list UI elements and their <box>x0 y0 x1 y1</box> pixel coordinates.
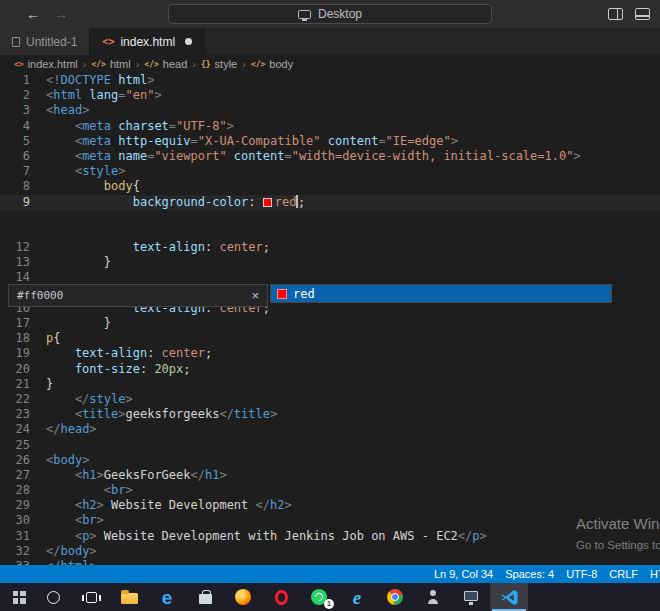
split-editor-icon[interactable] <box>608 8 623 20</box>
file-icon <box>12 37 20 47</box>
chrome-browser-button[interactable] <box>376 583 414 611</box>
code-token: lang <box>82 88 118 102</box>
code-line[interactable]: 12 text-align: center; <box>0 240 660 255</box>
code-line[interactable]: 6 <meta name="viewport" content="width=d… <box>0 149 660 164</box>
code-token: h2 <box>270 498 284 512</box>
code-token: : <box>248 195 262 209</box>
cortana-search-button[interactable] <box>34 583 72 611</box>
status-language-mode[interactable]: HTML <box>644 565 660 583</box>
code-token: style <box>82 164 118 178</box>
code-token: </ <box>46 544 60 558</box>
microsoft-store-button[interactable] <box>186 583 224 611</box>
breadcrumb-item-index-html[interactable]: <>index.html <box>14 58 78 70</box>
code-line[interactable]: 9 background-color: red; <box>0 195 660 210</box>
titlebar-actions <box>608 8 650 20</box>
symbol-icon: <> <box>14 60 24 69</box>
code-line[interactable]: 21} <box>0 377 660 392</box>
opera-browser-button[interactable] <box>262 583 300 611</box>
code-token: body <box>60 544 89 558</box>
breadcrumb-item-style[interactable]: {}style <box>201 58 237 70</box>
breadcrumb-item-head[interactable]: </>head <box>144 58 187 70</box>
code-line[interactable]: 30 <br> <box>0 513 660 528</box>
firefox-browser-button[interactable] <box>224 583 262 611</box>
edge-browser-button[interactable]: e <box>148 583 186 611</box>
code-line[interactable]: 19 text-align: center; <box>0 346 660 361</box>
code-token: > <box>89 422 96 436</box>
start-button[interactable] <box>4 583 34 611</box>
line-number: 26 <box>0 453 30 468</box>
close-icon[interactable]: × <box>251 288 259 303</box>
chevron-right-icon: › <box>192 58 196 70</box>
status-cursor-position[interactable]: Ln 9, Col 34 <box>428 565 499 583</box>
tab-index-html[interactable]: <>index.html <box>90 28 205 55</box>
line-number: 18 <box>0 331 30 346</box>
code-token: ; <box>298 195 305 209</box>
code-line[interactable]: 23 <title>geeksforgeeks</title> <box>0 407 660 422</box>
code-token: ; <box>263 240 270 254</box>
people-button[interactable] <box>414 583 452 611</box>
code-line[interactable]: 25 <box>0 438 660 453</box>
code-line[interactable] <box>0 210 660 225</box>
code-token: < <box>46 483 111 497</box>
code-token: < <box>46 468 82 482</box>
tab-untitled-1[interactable]: Untitled-1 <box>0 28 90 55</box>
code-line[interactable]: 3<head> <box>0 103 660 118</box>
code-line[interactable]: 28 <br> <box>0 483 660 498</box>
code-token: > <box>219 468 226 482</box>
code-token: h1 <box>82 468 96 482</box>
code-line[interactable]: 5 <meta http-equiv="X-UA-Compatible" con… <box>0 134 660 149</box>
internet-explorer-button[interactable]: e <box>338 583 376 611</box>
code-line[interactable] <box>0 225 660 240</box>
file-explorer-button[interactable] <box>110 583 148 611</box>
code-line[interactable]: 24</head> <box>0 422 660 437</box>
putty-button[interactable] <box>452 583 490 611</box>
code-token: font-size <box>46 362 140 376</box>
code-token: > <box>118 164 125 178</box>
breadcrumb-label: head <box>163 58 187 70</box>
code-line[interactable]: 2<html lang="en"> <box>0 88 660 103</box>
command-center[interactable]: Desktop <box>168 4 492 24</box>
status-indentation[interactable]: Spaces: 4 <box>499 565 560 583</box>
code-token: </ <box>46 392 89 406</box>
code-token: < <box>46 149 82 163</box>
code-line[interactable]: 1<!DOCTYPE html> <box>0 73 660 88</box>
code-token: DOCTYPE <box>60 73 111 87</box>
task-view-button[interactable] <box>72 583 110 611</box>
code-token: Website Development <box>104 498 256 512</box>
code-line[interactable]: 29 <h2> Website Development </h2> <box>0 498 660 513</box>
code-line[interactable]: 22 </style> <box>0 392 660 407</box>
code-editor[interactable]: 1<!DOCTYPE html>2<html lang="en">3<head>… <box>0 73 660 565</box>
code-line[interactable]: 13 } <box>0 255 660 270</box>
code-token: { <box>53 331 60 345</box>
code-line[interactable]: 17 } <box>0 316 660 331</box>
code-line[interactable]: 8 body{ <box>0 179 660 194</box>
symbol-icon: </> <box>91 60 105 69</box>
code-line[interactable]: 26<body> <box>0 453 660 468</box>
code-token: = <box>191 134 198 148</box>
suggestion-item-red[interactable]: red <box>271 285 611 302</box>
code-token: > <box>480 529 487 543</box>
code-line[interactable]: 27 <h1>GeeksForGeek</h1> <box>0 468 660 483</box>
breadcrumb-item-html[interactable]: </>html <box>91 58 130 70</box>
internet-explorer-icon: e <box>353 588 361 607</box>
code-token: Website Development with Jenkins Job on … <box>97 529 458 543</box>
code-token: } <box>46 377 53 391</box>
code-line[interactable]: 20 font-size: 20px; <box>0 362 660 377</box>
layout-icon[interactable] <box>635 8 650 20</box>
code-line[interactable]: 4 <meta charset="UTF-8"> <box>0 119 660 134</box>
vscode-button[interactable] <box>490 583 528 611</box>
status-encoding[interactable]: UTF-8 <box>560 565 603 583</box>
code-line[interactable]: 32</body> <box>0 544 660 559</box>
firefox-browser-icon <box>235 589 251 605</box>
status-eol-sequence[interactable]: CRLF <box>603 565 644 583</box>
code-line[interactable]: 31 <p> Website Development with Jenkins … <box>0 529 660 544</box>
back-button[interactable]: ← <box>26 0 40 28</box>
forward-button[interactable]: → <box>54 0 68 28</box>
code-token: > <box>97 468 104 482</box>
modified-dot-icon <box>185 38 192 45</box>
code-line[interactable]: 7 <style> <box>0 164 660 179</box>
code-line[interactable]: 18p{ <box>0 331 660 346</box>
code-token: </ <box>191 468 205 482</box>
breadcrumb-item-body[interactable]: </>body <box>251 58 293 70</box>
whatsapp-button[interactable]: 1 <box>300 583 338 611</box>
